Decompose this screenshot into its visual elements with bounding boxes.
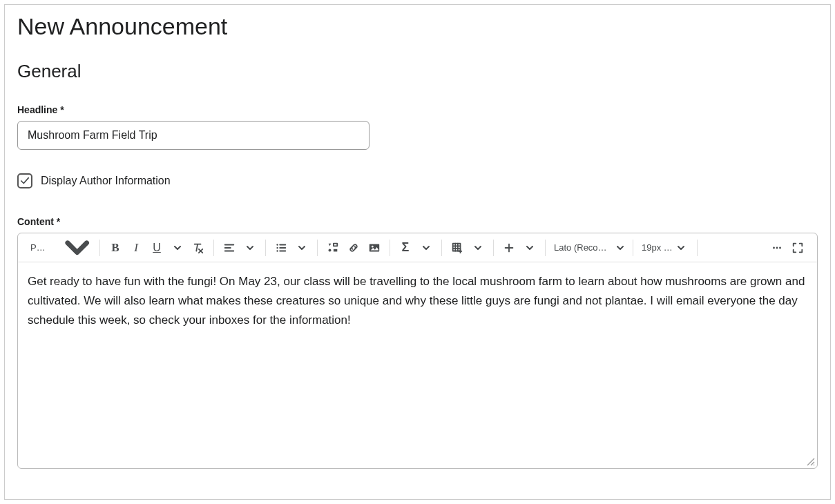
headline-input[interactable] bbox=[17, 121, 369, 150]
list-more-button[interactable] bbox=[292, 238, 311, 258]
svg-point-4 bbox=[276, 246, 278, 248]
editor-toolbar: Paragraph B I U bbox=[18, 233, 817, 262]
svg-rect-14 bbox=[453, 243, 461, 251]
checkmark-icon bbox=[20, 176, 30, 186]
more-actions-button[interactable] bbox=[767, 238, 787, 258]
chevron-down-icon bbox=[246, 244, 254, 252]
list-button[interactable] bbox=[271, 238, 291, 258]
chevron-down-icon bbox=[474, 244, 482, 252]
svg-point-13 bbox=[372, 245, 374, 247]
ellipsis-icon bbox=[771, 242, 783, 254]
svg-point-3 bbox=[276, 244, 278, 245]
clear-format-button[interactable] bbox=[189, 238, 208, 258]
chevron-down-icon bbox=[616, 244, 624, 252]
announcement-form-panel: New Announcement General Headline * Disp… bbox=[4, 4, 831, 500]
clear-format-icon bbox=[192, 242, 204, 254]
display-author-label: Display Author Information bbox=[41, 175, 171, 187]
italic-button[interactable]: I bbox=[126, 238, 146, 258]
font-size-select[interactable]: 19px … bbox=[639, 242, 691, 253]
chevron-down-icon bbox=[526, 244, 534, 252]
svg-line-26 bbox=[814, 465, 814, 465]
headline-label: Headline * bbox=[17, 104, 818, 115]
bold-button[interactable]: B bbox=[106, 238, 125, 258]
fullscreen-icon bbox=[791, 242, 804, 254]
insert-link-button[interactable] bbox=[344, 238, 363, 258]
svg-point-21 bbox=[773, 246, 775, 249]
underline-button[interactable]: U bbox=[147, 238, 166, 258]
underline-more-button[interactable] bbox=[168, 238, 187, 258]
fullscreen-button[interactable] bbox=[788, 238, 807, 258]
equation-button[interactable]: Σ bbox=[396, 238, 415, 258]
svg-rect-9 bbox=[334, 243, 337, 246]
paragraph-style-select[interactable]: Paragraph bbox=[28, 233, 94, 262]
insert-more-button[interactable] bbox=[499, 238, 519, 258]
insert-stuff-button[interactable] bbox=[323, 238, 343, 258]
align-button[interactable] bbox=[220, 238, 239, 258]
table-button[interactable] bbox=[448, 238, 467, 258]
chevron-down-icon bbox=[298, 244, 306, 252]
font-family-select[interactable]: Lato (Recom… bbox=[551, 242, 627, 253]
sigma-icon: Σ bbox=[402, 240, 410, 255]
align-left-icon bbox=[223, 242, 236, 254]
link-icon bbox=[347, 242, 360, 254]
plus-icon bbox=[503, 242, 515, 254]
bold-icon: B bbox=[111, 241, 119, 255]
page-title: New Announcement bbox=[17, 13, 818, 40]
svg-point-5 bbox=[276, 250, 278, 251]
svg-point-10 bbox=[329, 249, 332, 251]
insert-image-button[interactable] bbox=[365, 238, 384, 258]
insert-more-dropdown[interactable] bbox=[520, 238, 539, 258]
italic-icon: I bbox=[134, 241, 138, 255]
chevron-down-icon bbox=[173, 244, 182, 252]
image-icon bbox=[368, 242, 381, 254]
svg-rect-11 bbox=[334, 249, 337, 251]
svg-line-24 bbox=[807, 458, 814, 465]
resize-handle-icon[interactable] bbox=[806, 457, 816, 467]
content-label: Content * bbox=[17, 216, 818, 227]
display-author-checkbox[interactable] bbox=[17, 173, 32, 188]
table-more-button[interactable] bbox=[468, 238, 488, 258]
chevron-down-icon bbox=[63, 233, 91, 262]
bullet-list-icon bbox=[275, 242, 287, 254]
content-editor-body[interactable]: Get ready to have fun with the fungi! On… bbox=[18, 262, 817, 468]
align-more-button[interactable] bbox=[240, 238, 260, 258]
equation-more-button[interactable] bbox=[416, 238, 436, 258]
chevron-down-icon bbox=[677, 244, 685, 252]
rich-text-editor: Paragraph B I U bbox=[17, 233, 818, 469]
table-icon bbox=[451, 242, 463, 254]
svg-rect-12 bbox=[369, 244, 379, 251]
underline-icon: U bbox=[153, 242, 161, 254]
chevron-down-icon bbox=[422, 244, 430, 252]
svg-point-22 bbox=[776, 246, 778, 249]
svg-point-23 bbox=[779, 246, 781, 249]
insert-stuff-icon bbox=[327, 242, 339, 254]
section-title: General bbox=[17, 61, 818, 82]
